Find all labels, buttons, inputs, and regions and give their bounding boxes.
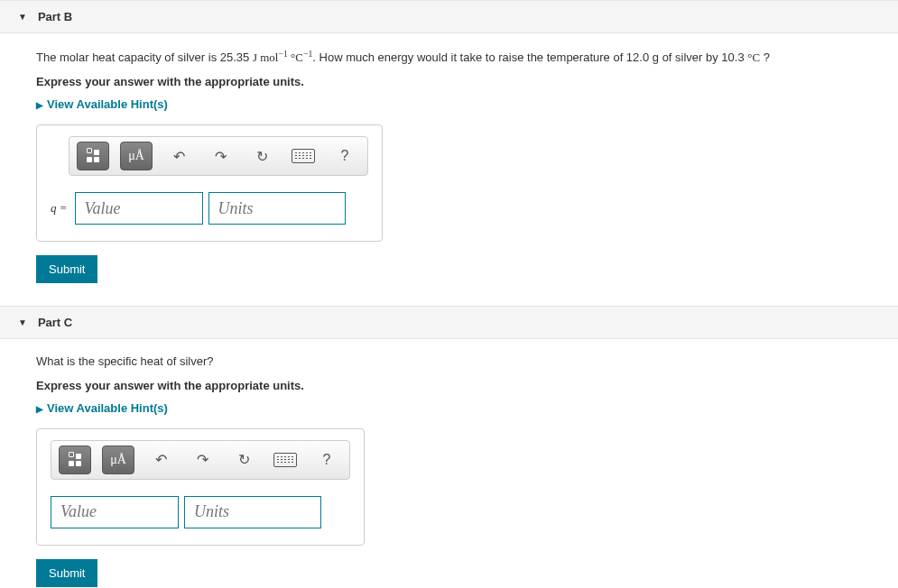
question-text: The molar heat capacity of silver is 25.… [36,47,880,68]
q-pre: The molar heat capacity of silver is 25.… [36,51,253,64]
input-row [51,496,350,528]
view-hints-link[interactable]: ▶View Available Hint(s) [36,401,168,415]
units-input[interactable] [208,192,346,225]
units-symbol: μÅ [110,453,126,467]
formula-toolbar: μÅ ↶ ↷ ↻ ? [51,440,350,480]
reset-icon: ↻ [256,148,268,165]
input-row: q = [51,192,368,225]
reset-button[interactable]: ↻ [228,446,259,473]
chevron-right-icon: ▶ [36,404,43,414]
instruction: Express your answer with the appropriate… [36,75,880,88]
undo-button[interactable]: ↶ [145,446,176,473]
redo-icon: ↷ [215,148,227,165]
answer-box: μÅ ↶ ↷ ↻ ? q = [36,124,383,242]
template-button[interactable] [59,446,91,474]
template-icon [87,150,99,162]
keyboard-button[interactable] [270,446,301,473]
instruction: Express your answer with the appropriate… [36,379,880,392]
part-body: The molar heat capacity of silver is 25.… [0,47,898,306]
template-icon [69,454,81,466]
help-button[interactable]: ? [311,446,342,473]
submit-button[interactable]: Submit [36,559,97,587]
value-input[interactable] [75,192,203,225]
collapse-triangle-icon: ▼ [18,12,27,22]
template-button[interactable] [77,142,109,170]
part-header[interactable]: ▼ Part C [0,306,898,339]
answer-prefix: q = [51,201,68,216]
undo-icon: ↶ [173,148,185,165]
part-body: What is the specific heat of silver? Exp… [0,353,898,588]
redo-button[interactable]: ↷ [205,142,236,170]
question-text: What is the specific heat of silver? [36,353,880,372]
value-input[interactable] [51,496,179,528]
units-input[interactable] [184,496,321,528]
help-button[interactable]: ? [329,142,360,170]
redo-icon: ↷ [197,451,208,468]
chevron-right-icon: ▶ [36,100,43,110]
answer-box: μÅ ↶ ↷ ↻ ? [36,428,365,546]
undo-icon: ↶ [155,451,167,468]
help-icon: ? [323,452,331,468]
hints-label: View Available Hint(s) [47,97,168,111]
formula-toolbar: μÅ ↶ ↷ ↻ ? [69,136,368,176]
view-hints-link[interactable]: ▶View Available Hint(s) [36,97,168,111]
unit-2: °C [747,51,760,64]
hints-label: View Available Hint(s) [47,401,168,415]
collapse-triangle-icon: ▼ [18,317,27,327]
redo-button[interactable]: ↷ [187,446,218,473]
reset-icon: ↻ [238,451,250,468]
units-symbol: μÅ [128,149,144,163]
units-picker-button[interactable]: μÅ [120,142,153,170]
keyboard-icon [273,453,297,467]
q-mid: . How much energy would it take to raise… [312,51,747,64]
part-title: Part B [38,10,72,23]
reset-button[interactable]: ↻ [246,142,277,170]
undo-button[interactable]: ↶ [163,142,194,170]
part-header[interactable]: ▼ Part B [0,0,898,33]
q-end: ? [760,51,770,64]
help-icon: ? [341,148,349,164]
units-picker-button[interactable]: μÅ [102,446,134,474]
unit-1: J mol−1 °C−1 [253,51,312,64]
keyboard-button[interactable] [288,142,319,170]
part-title: Part C [38,316,72,329]
keyboard-icon [292,149,315,163]
submit-button[interactable]: Submit [36,255,97,283]
